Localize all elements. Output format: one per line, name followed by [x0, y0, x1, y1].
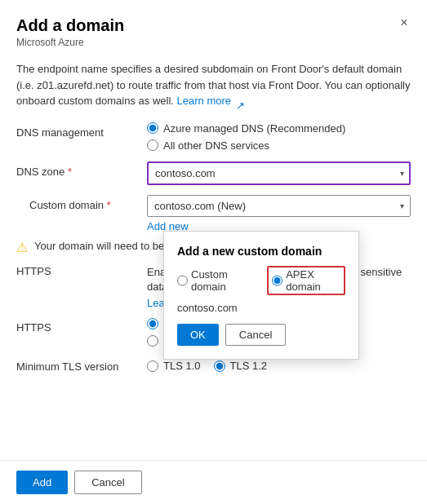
popup-custom-domain-label: Custom domain: [191, 268, 254, 293]
https-afd-radio[interactable]: [147, 318, 158, 329]
dns-azure-label: Azure managed DNS (Recommended): [163, 122, 345, 135]
add-button[interactable]: Add: [16, 471, 68, 494]
popup-ok-button[interactable]: OK: [177, 324, 219, 346]
custom-domain-required: *: [107, 199, 111, 211]
dns-zone-label: DNS zone *: [16, 161, 147, 178]
https-options-label: HTTPS: [16, 317, 147, 334]
cancel-button[interactable]: Cancel: [74, 471, 141, 494]
external-link-icon: ↗: [236, 98, 244, 106]
dns-other-label: All other DNS services: [163, 139, 269, 152]
tls-10-label: TLS 1.0: [163, 360, 201, 372]
dns-other-option[interactable]: All other DNS services: [147, 139, 411, 152]
tls-label: Minimum TLS version: [16, 356, 147, 373]
apex-radio-highlight: APEX domain: [267, 266, 345, 295]
dns-management-row: DNS management Azure managed DNS (Recomm…: [16, 122, 411, 152]
popup-custom-domain-option[interactable]: Custom domain: [177, 266, 254, 295]
add-custom-domain-popup: Add a new custom domain Custom domain AP…: [163, 231, 359, 360]
tls-10-option[interactable]: TLS 1.0: [147, 360, 201, 372]
custom-domain-control: contoso.com (New) ▾: [147, 195, 411, 217]
dns-zone-required: *: [68, 166, 72, 178]
tls-12-label: TLS 1.2: [230, 360, 268, 372]
dialog-body: The endpoint name specifies a desired su…: [0, 51, 427, 460]
custom-domain-select-wrapper: contoso.com (New) ▾: [147, 195, 411, 217]
custom-domain-label: Custom domain *: [16, 195, 147, 211]
dns-management-options: Azure managed DNS (Recommended) All othe…: [147, 122, 411, 152]
learn-more-label: Learn more: [177, 95, 231, 107]
add-domain-dialog: Add a domain Microsoft Azure × The endpo…: [0, 0, 427, 504]
popup-domain-value: contoso.com: [177, 302, 345, 314]
popup-custom-domain-radio[interactable]: [177, 275, 188, 286]
dialog-subtitle: Microsoft Azure: [16, 37, 411, 48]
dns-zone-select-wrapper: contoso.com ▾: [147, 161, 411, 185]
popup-title: Add a new custom domain: [177, 245, 345, 258]
popup-apex-option[interactable]: APEX domain: [267, 266, 345, 295]
dns-other-radio[interactable]: [147, 139, 158, 151]
dns-zone-select[interactable]: contoso.com: [147, 161, 411, 185]
warning-icon: ⚠: [16, 240, 28, 255]
learn-more-link[interactable]: Learn more ↗: [177, 95, 244, 107]
https-label: HTTPS: [16, 265, 147, 277]
description-text: The endpoint name specifies a desired su…: [16, 61, 411, 109]
dns-management-label: DNS management: [16, 122, 147, 139]
custom-domain-row: Custom domain * contoso.com (New) ▾: [16, 195, 411, 217]
dns-azure-option[interactable]: Azure managed DNS (Recommended): [147, 122, 411, 135]
close-button[interactable]: ×: [394, 13, 414, 33]
dns-zone-row: DNS zone * contoso.com ▾: [16, 161, 411, 185]
popup-apex-label: APEX domain: [286, 268, 340, 293]
tls-12-radio[interactable]: [214, 360, 225, 372]
dns-zone-control: contoso.com ▾: [147, 161, 411, 185]
tls-12-option[interactable]: TLS 1.2: [214, 360, 268, 372]
popup-cancel-button[interactable]: Cancel: [225, 324, 286, 346]
popup-radio-row: Custom domain APEX domain: [177, 266, 345, 295]
https-byoc-radio[interactable]: [147, 335, 158, 347]
dialog-title: Add a domain: [16, 16, 411, 35]
popup-apex-radio[interactable]: [272, 275, 282, 286]
custom-domain-select[interactable]: contoso.com (New): [147, 195, 411, 217]
dialog-footer: Add Cancel: [0, 460, 427, 504]
tls-10-radio[interactable]: [147, 360, 158, 372]
dns-azure-radio[interactable]: [147, 122, 158, 134]
popup-buttons: OK Cancel: [177, 324, 345, 346]
dialog-header: Add a domain Microsoft Azure ×: [0, 0, 427, 51]
